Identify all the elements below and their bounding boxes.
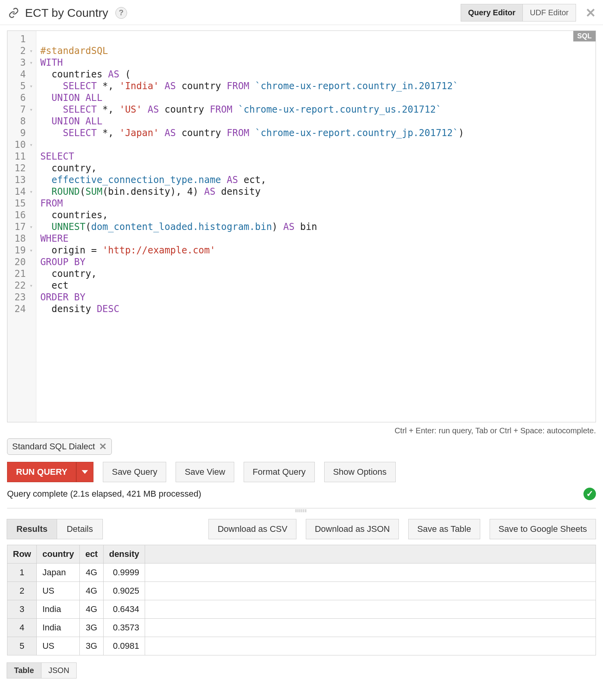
- cell-filler: [145, 619, 596, 637]
- fold-icon[interactable]: ▾: [28, 244, 33, 256]
- table-header-row: Row country ect density: [7, 545, 596, 564]
- gutter-line: 20: [7, 256, 36, 268]
- dialect-chip[interactable]: Standard SQL Dialect ✕: [7, 438, 112, 455]
- save-view-button[interactable]: Save View: [176, 462, 234, 482]
- cell-ect: 3G: [80, 637, 104, 655]
- tab-query-editor[interactable]: Query Editor: [461, 4, 523, 22]
- header-bar: ECT by Country ? Query Editor UDF Editor…: [0, 0, 603, 25]
- gutter-line: 9: [7, 127, 36, 139]
- caret-down-icon: [82, 470, 88, 474]
- table-row: 1Japan4G0.9999: [7, 564, 596, 582]
- gutter-line: 10▾: [7, 139, 36, 151]
- run-query-dropdown[interactable]: [76, 462, 93, 482]
- gutter-line: 17▾: [7, 221, 36, 233]
- close-icon[interactable]: ✕: [585, 5, 596, 20]
- status-row: Query complete (2.1s elapsed, 421 MB pro…: [7, 488, 596, 500]
- cell-ect: 3G: [80, 619, 104, 637]
- tab-details[interactable]: Details: [57, 519, 102, 539]
- fold-icon[interactable]: ▾: [28, 80, 33, 92]
- action-bar: RUN QUERY Save Query Save View Format Qu…: [7, 462, 596, 482]
- fold-icon[interactable]: ▾: [28, 186, 33, 197]
- splitter-handle[interactable]: [7, 508, 596, 513]
- fold-icon[interactable]: ▾: [28, 104, 33, 115]
- code-area[interactable]: #standardSQL WITH countries AS ( SELECT …: [36, 31, 468, 422]
- cell-ect: 4G: [80, 600, 104, 619]
- gutter-line: 18: [7, 233, 36, 244]
- sql-editor[interactable]: SQL 12▾3▾45▾67▾8910▾11121314▾151617▾1819…: [7, 31, 596, 422]
- help-icon[interactable]: ?: [115, 7, 127, 19]
- fold-icon[interactable]: ▾: [28, 139, 33, 151]
- gutter-line: 3▾: [7, 57, 36, 68]
- gutter-line: 12: [7, 162, 36, 174]
- cell-density: 0.6434: [103, 600, 145, 619]
- cell-filler: [145, 600, 596, 619]
- cell-country: US: [37, 637, 80, 655]
- gutter-line: 8: [7, 115, 36, 127]
- download-csv-button[interactable]: Download as CSV: [208, 519, 296, 539]
- gutter-line: 4: [7, 68, 36, 80]
- download-json-button[interactable]: Download as JSON: [306, 519, 399, 539]
- cell-ect: 4G: [80, 582, 104, 600]
- code-line: WITH: [40, 57, 63, 68]
- line-gutter: 12▾3▾45▾67▾8910▾11121314▾151617▾1819▾202…: [7, 31, 36, 422]
- gutter-line: 5▾: [7, 80, 36, 92]
- results-table: Row country ect density 1Japan4G0.99992U…: [7, 545, 596, 655]
- cell-filler: [145, 637, 596, 655]
- run-query-button[interactable]: RUN QUERY: [7, 462, 76, 482]
- tab-results[interactable]: Results: [7, 519, 57, 539]
- cell-country: Japan: [37, 564, 80, 582]
- cell-filler: [145, 564, 596, 582]
- gutter-line: 19▾: [7, 244, 36, 256]
- gutter-line: 23: [7, 291, 36, 303]
- fold-icon[interactable]: ▾: [28, 57, 33, 68]
- status-text: Query complete (2.1s elapsed, 421 MB pro…: [7, 489, 201, 499]
- footer-tab-table[interactable]: Table: [7, 662, 41, 678]
- link-icon: [7, 7, 20, 18]
- col-filler: [145, 545, 596, 564]
- cell-density: 0.9999: [103, 564, 145, 582]
- gutter-line: 24: [7, 303, 36, 315]
- fold-icon[interactable]: ▾: [28, 45, 33, 57]
- footer-tabs: Table JSON: [7, 662, 596, 678]
- results-bar: Results Details Download as CSV Download…: [7, 519, 596, 539]
- table-row: 5US3G0.0981: [7, 637, 596, 655]
- cell-row: 4: [7, 619, 37, 637]
- cell-country: India: [37, 619, 80, 637]
- save-query-button[interactable]: Save Query: [103, 462, 166, 482]
- chip-close-icon[interactable]: ✕: [99, 441, 107, 452]
- dialect-chip-label: Standard SQL Dialect: [12, 442, 95, 452]
- save-to-sheets-button[interactable]: Save to Google Sheets: [490, 519, 596, 539]
- table-row: 2US4G0.9025: [7, 582, 596, 600]
- table-row: 3India4G0.6434: [7, 600, 596, 619]
- col-density: density: [103, 545, 145, 564]
- gutter-line: 6: [7, 92, 36, 104]
- cell-density: 0.0981: [103, 637, 145, 655]
- cell-row: 5: [7, 637, 37, 655]
- footer-tab-json[interactable]: JSON: [41, 662, 77, 678]
- gutter-line: 11: [7, 151, 36, 162]
- sql-badge: SQL: [573, 31, 596, 41]
- page-title: ECT by Country: [25, 6, 108, 20]
- save-as-table-button[interactable]: Save as Table: [408, 519, 480, 539]
- fold-icon[interactable]: ▾: [28, 221, 33, 233]
- hint-row: Ctrl + Enter: run query, Tab or Ctrl + S…: [7, 426, 596, 435]
- gutter-line: 13: [7, 174, 36, 186]
- tab-udf-editor[interactable]: UDF Editor: [522, 4, 576, 22]
- col-row: Row: [7, 545, 37, 564]
- hint-text: Ctrl + Enter: run query, Tab or Ctrl + S…: [395, 426, 596, 435]
- format-query-button[interactable]: Format Query: [244, 462, 315, 482]
- show-options-button[interactable]: Show Options: [324, 462, 396, 482]
- gutter-line: 21: [7, 268, 36, 280]
- gutter-line: 14▾: [7, 186, 36, 197]
- fold-icon[interactable]: ▾: [28, 280, 33, 291]
- gutter-line: 1: [7, 33, 36, 45]
- cell-density: 0.9025: [103, 582, 145, 600]
- gutter-line: 7▾: [7, 104, 36, 115]
- gutter-line: 16: [7, 209, 36, 221]
- success-icon: ✓: [583, 488, 596, 500]
- gutter-line: 2▾: [7, 45, 36, 57]
- cell-row: 2: [7, 582, 37, 600]
- col-ect: ect: [80, 545, 104, 564]
- cell-row: 3: [7, 600, 37, 619]
- cell-country: US: [37, 582, 80, 600]
